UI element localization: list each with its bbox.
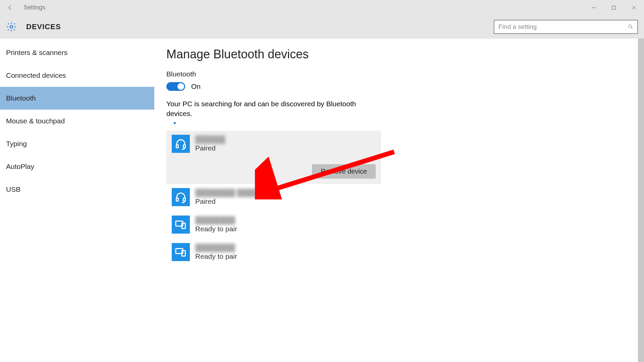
toggle-state-text: On <box>191 82 201 90</box>
window-title: Settings <box>23 4 45 11</box>
page-heading: Manage Bluetooth devices <box>166 47 632 61</box>
devices-icon <box>172 243 190 261</box>
device-name: ████████ ███████ <box>195 189 272 197</box>
svg-rect-9 <box>176 198 178 201</box>
search-box[interactable] <box>494 20 638 34</box>
sidebar: Printers & scanners Connected devices Bl… <box>0 39 154 362</box>
minimize-button[interactable] <box>584 0 604 15</box>
gear-icon <box>6 21 17 32</box>
device-card[interactable]: ████████ Ready to pair <box>166 212 381 239</box>
toggle-knob <box>177 83 184 90</box>
devices-icon <box>172 216 190 234</box>
titlebar: Settings <box>0 0 644 15</box>
maximize-button[interactable] <box>604 0 624 15</box>
headset-icon <box>172 135 190 153</box>
search-input[interactable] <box>494 23 624 31</box>
window-controls <box>584 0 644 15</box>
sidebar-item-label: Connected devices <box>6 71 66 79</box>
discovery-status-text: Your PC is searching for and can be disc… <box>166 99 361 119</box>
device-status: Ready to pair <box>195 225 237 233</box>
headset-icon <box>172 188 190 206</box>
sidebar-item-label: Typing <box>6 140 27 148</box>
sidebar-item-label: Bluetooth <box>6 94 36 102</box>
device-name: ██████ <box>195 135 225 143</box>
scrollbar[interactable] <box>638 39 644 362</box>
sidebar-item-label: Printers & scanners <box>6 49 67 57</box>
svg-rect-8 <box>183 145 185 148</box>
sidebar-item-autoplay[interactable]: AutoPlay <box>0 155 154 178</box>
sidebar-item-mouse-touchpad[interactable]: Mouse & touchpad <box>0 110 154 132</box>
svg-point-4 <box>10 25 13 28</box>
section-title: DEVICES <box>26 22 61 31</box>
svg-rect-10 <box>183 198 185 201</box>
svg-point-5 <box>629 25 632 28</box>
device-list: ██████ Paired Remove device ████████ ███… <box>166 131 381 266</box>
sidebar-item-label: Mouse & touchpad <box>6 117 65 125</box>
device-card[interactable]: ████████ ███████ Paired <box>166 184 381 212</box>
search-icon <box>624 24 637 30</box>
bluetooth-label: Bluetooth <box>166 70 632 78</box>
device-status: Ready to pair <box>195 252 237 260</box>
device-status: Paired <box>195 144 225 152</box>
device-card[interactable]: ██████ Paired Remove device <box>166 131 381 184</box>
device-card[interactable]: ████████ Ready to pair <box>166 239 381 266</box>
svg-line-6 <box>631 27 633 28</box>
sidebar-item-usb[interactable]: USB <box>0 178 154 201</box>
main-content: Manage Bluetooth devices Bluetooth On Yo… <box>154 39 644 362</box>
bluetooth-toggle[interactable] <box>166 82 185 91</box>
remove-device-button[interactable]: Remove device <box>312 164 376 179</box>
sidebar-item-label: USB <box>6 185 20 193</box>
searching-spinner-icon <box>174 122 176 124</box>
device-name: ████████ <box>195 216 237 224</box>
back-button[interactable] <box>0 0 20 15</box>
header: DEVICES <box>0 15 644 39</box>
sidebar-item-connected-devices[interactable]: Connected devices <box>0 64 154 87</box>
close-button[interactable] <box>624 0 644 15</box>
svg-rect-7 <box>176 145 178 148</box>
device-name: ████████ <box>195 244 237 252</box>
device-status: Paired <box>195 197 272 205</box>
sidebar-item-typing[interactable]: Typing <box>0 132 154 155</box>
sidebar-item-bluetooth[interactable]: Bluetooth <box>0 87 154 110</box>
sidebar-item-label: AutoPlay <box>6 163 34 171</box>
sidebar-item-printers[interactable]: Printers & scanners <box>0 41 154 64</box>
svg-rect-1 <box>612 6 615 9</box>
